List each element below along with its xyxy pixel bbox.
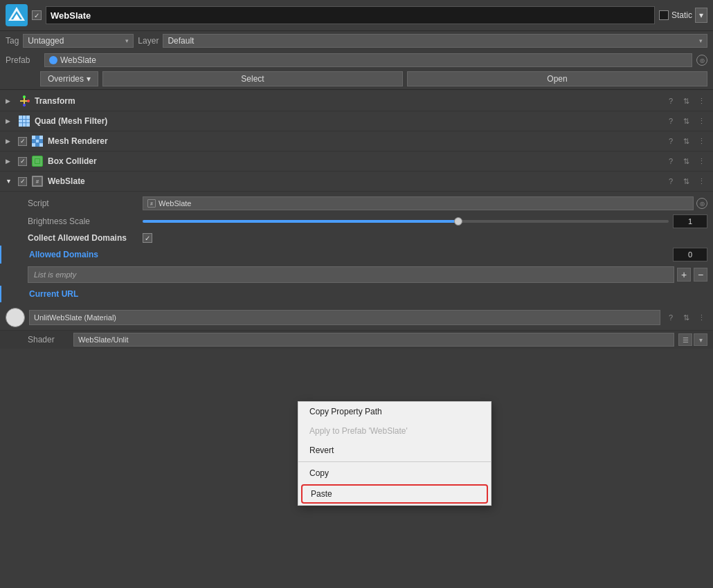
ctx-paste[interactable]: Paste [301,484,488,504]
overrides-row: Overrides ▾ Select Open [0,70,713,88]
script-prop-row: Script # WebSlate ◎ [0,194,713,212]
material-name: UnlitWebSlate (Material) [34,313,116,322]
svg-point-8 [23,104,26,107]
webslate-content: Script # WebSlate ◎ Brightness Scale [0,192,713,305]
webslate-checkbox[interactable]: ✓ [18,177,27,186]
material-row: UnlitWebSlate (Material) ? ⇅ ⋮ [0,305,713,331]
mesh-filter-more-btn[interactable]: ⋮ [695,115,707,127]
ctx-copy[interactable]: Copy [298,463,491,483]
prefab-label: Prefab [6,55,40,65]
prefab-icon [49,56,57,64]
box-collider-expand-icon: ▶ [6,158,14,165]
allowed-domains-count[interactable] [673,248,707,261]
component-row-mesh-renderer[interactable]: ▶ ✓ Mesh Renderer ? ⇅ ⋮ [0,131,713,151]
transform-settings-btn[interactable]: ⇅ [680,95,692,107]
layer-dropdown[interactable]: Default ▾ [163,34,707,48]
allowed-domains-label: Allowed Domains [29,250,669,259]
mesh-filter-icon [18,115,30,127]
transform-more-btn[interactable]: ⋮ [695,95,707,107]
current-url-label: Current URL [29,289,78,299]
brightness-prop-row: Brightness Scale [0,212,713,230]
material-help-btn[interactable]: ? [665,311,677,324]
mesh-renderer-more-btn[interactable]: ⋮ [695,135,707,147]
list-empty-field: List is empty [28,266,674,283]
object-enabled-checkbox[interactable]: ✓ [32,10,42,20]
component-row-transform[interactable]: ▶ Transform ? ⇅ ⋮ [0,91,713,111]
tag-dropdown[interactable]: Untagged ▾ [23,34,134,48]
component-row-box-collider[interactable]: ▶ ✓ Box Collider ? ⇅ ⋮ [0,151,713,172]
layer-label: Layer [138,36,159,46]
svg-point-6 [23,95,26,98]
component-row-webslate[interactable]: ▼ ✓ # WebSlate ? ⇅ ⋮ [0,172,713,192]
brightness-value-input[interactable] [673,214,707,228]
tag-arrow-icon: ▾ [125,37,129,44]
static-section: Static ▾ [659,8,707,23]
component-row-mesh-filter[interactable]: ▶ Quad (Mesh Filter) ? ⇅ ⋮ [0,111,713,131]
select-button[interactable]: Select [102,71,403,86]
unity-logo-icon [6,4,28,26]
brightness-slider-track[interactable] [143,220,669,223]
shader-label: Shader [28,335,69,344]
object-name-input[interactable] [46,6,655,24]
tag-value: Untagged [28,36,64,46]
webslate-name: WebSlate [48,176,660,186]
prefab-name: WebSlate [60,55,96,65]
material-more-btn[interactable]: ⋮ [695,311,707,324]
ctx-divider [298,461,491,462]
box-collider-more-btn[interactable]: ⋮ [695,155,707,167]
open-button[interactable]: Open [407,71,707,86]
box-collider-help-btn[interactable]: ? [665,155,677,167]
remove-domain-btn[interactable]: − [694,268,707,282]
brightness-slider-thumb[interactable] [454,217,462,226]
add-domain-btn[interactable]: + [677,268,691,282]
ctx-copy-property-path[interactable]: Copy Property Path [298,402,491,421]
tag-label: Tag [6,36,19,46]
brightness-label: Brightness Scale [28,217,138,226]
material-field[interactable]: UnlitWebSlate (Material) [29,310,660,325]
webslate-expand-icon: ▼ [6,178,14,185]
context-menu[interactable]: Copy Property Path Apply to Prefab 'WebS… [298,401,491,506]
static-checkbox[interactable] [659,10,669,20]
script-icon: # [147,199,156,208]
webslate-more-btn[interactable]: ⋮ [695,175,707,187]
script-value: WebSlate [159,199,192,208]
brightness-slider-fill [143,220,458,223]
mesh-filter-actions: ? ⇅ ⋮ [665,115,707,127]
material-actions: ? ⇅ ⋮ [665,311,707,324]
shader-arrow-btn[interactable]: ▾ [694,333,707,346]
overrides-arrow-icon: ▾ [87,74,91,84]
prefab-object-field[interactable]: WebSlate [44,53,692,67]
box-collider-name: Box Collider [48,156,660,166]
layer-value: Default [168,36,194,46]
material-settings-btn[interactable]: ⇅ [680,311,692,324]
mesh-renderer-help-btn[interactable]: ? [665,135,677,147]
mesh-renderer-settings-btn[interactable]: ⇅ [680,135,692,147]
script-object-field[interactable]: # WebSlate [143,196,694,210]
brightness-slider-container [143,214,707,228]
box-collider-settings-btn[interactable]: ⇅ [680,155,692,167]
ctx-revert[interactable]: Revert [298,441,491,460]
current-url-row: Current URL [0,286,713,302]
static-dropdown-btn[interactable]: ▾ [695,8,707,23]
overrides-button[interactable]: Overrides ▾ [40,71,98,86]
shader-list-btn[interactable]: ☰ [678,333,692,346]
transform-help-btn[interactable]: ? [665,95,677,107]
webslate-help-btn[interactable]: ? [665,175,677,187]
mesh-filter-help-btn[interactable]: ? [665,115,677,127]
box-collider-checkbox[interactable]: ✓ [18,157,27,166]
box-collider-actions: ? ⇅ ⋮ [665,155,707,167]
collect-checkbox[interactable]: ✓ [143,233,152,243]
box-collider-icon [31,155,44,167]
mesh-renderer-icon [31,135,44,147]
mesh-filter-settings-btn[interactable]: ⇅ [680,115,692,127]
prefab-target-icon[interactable]: ◎ [696,55,707,66]
mesh-renderer-checkbox[interactable]: ✓ [18,137,27,146]
script-target-btn[interactable]: ◎ [696,198,707,209]
shader-value-field[interactable]: WebSlate/Unlit [73,333,674,347]
webslate-actions: ? ⇅ ⋮ [665,175,707,187]
script-label: Script [28,199,138,208]
header-bar: ✓ Static ▾ [0,0,713,31]
svg-point-7 [27,100,30,102]
webslate-settings-btn[interactable]: ⇅ [680,175,692,187]
list-row: List is empty + − [0,264,713,286]
